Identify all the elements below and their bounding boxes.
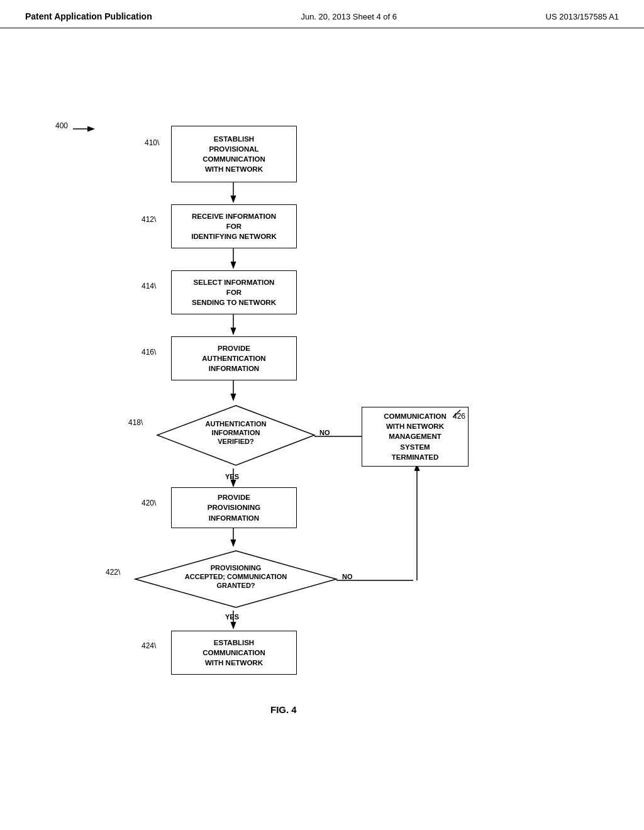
step-414-label: 414\ (142, 282, 156, 290)
arrow-422-424 (232, 611, 235, 633)
step-418-diamond-svg: AUTHENTICATION INFORMATION VERIFIED? (154, 402, 318, 468)
step-424-label: 424\ (142, 641, 156, 650)
arrow-416-418 (232, 380, 235, 404)
step-420-label: 420\ (142, 499, 156, 507)
step-412-label: 412\ (142, 215, 156, 224)
svg-text:INFORMATION: INFORMATION (212, 429, 260, 436)
svg-line-18 (453, 410, 460, 418)
step-412-box: RECEIVE INFORMATIONFORIDENTIFYING NETWOR… (171, 204, 297, 248)
header-patent-number: US 2013/157585 A1 (546, 12, 619, 21)
svg-text:AUTHENTICATION: AUTHENTICATION (206, 420, 267, 428)
step-412-text: RECEIVE INFORMATIONFORIDENTIFYING NETWOR… (191, 211, 276, 241)
step-410-box: ESTABLISHPROVISIONALCOMMUNICATIONWITH NE… (171, 126, 297, 182)
arrow-422-no-vert (416, 465, 418, 580)
step-410-text: ESTABLISHPROVISIONALCOMMUNICATIONWITH NE… (203, 134, 265, 174)
step-424-text: ESTABLISHCOMMUNICATIONWITH NETWORK (203, 638, 265, 668)
step-424-box: ESTABLISHCOMMUNICATIONWITH NETWORK (171, 631, 297, 675)
step-426-tick (453, 410, 465, 420)
svg-text:ACCEPTED; COMMUNICATION: ACCEPTED; COMMUNICATION (185, 573, 287, 580)
arrow-420-422 (232, 528, 235, 550)
step-414-box: SELECT INFORMATIONFORSENDING TO NETWORK (171, 270, 297, 314)
arrow-422-no-horiz (336, 579, 418, 582)
step-418-label: 418\ (128, 418, 143, 427)
figure-caption: FIG. 4 (270, 704, 297, 715)
step-410-label: 410\ (145, 138, 159, 147)
arrow-412-414 (232, 248, 235, 272)
diagram-area: 400 ESTABLISHPROVISIONALCOMMUNICATIONWIT… (0, 28, 644, 783)
arrow-410-412 (232, 182, 235, 206)
step-416-text: PROVIDEAUTHENTICATIONINFORMATION (202, 343, 265, 374)
svg-text:PROVISIONING: PROVISIONING (211, 564, 262, 572)
svg-text:GRANTED?: GRANTED? (216, 582, 255, 589)
page-header: Patent Application Publication Jun. 20, … (0, 0, 644, 28)
step-416-box: PROVIDEAUTHENTICATIONINFORMATION (171, 336, 297, 380)
step-414-text: SELECT INFORMATIONFORSENDING TO NETWORK (192, 277, 276, 307)
step-422-label: 422\ (106, 568, 120, 577)
step-416-label: 416\ (142, 348, 156, 357)
svg-text:VERIFIED?: VERIFIED? (218, 438, 254, 445)
step-420-text: PROVIDEPROVISIONINGINFORMATION (208, 492, 260, 523)
arrow-414-416 (232, 314, 235, 338)
step-420-box: PROVIDEPROVISIONINGINFORMATION (171, 487, 297, 528)
header-publication-label: Patent Application Publication (25, 11, 152, 21)
ref-400-arrow (55, 121, 106, 147)
header-date-sheet: Jun. 20, 2013 Sheet 4 of 6 (301, 12, 397, 21)
step-422-diamond-svg: PROVISIONING ACCEPTED; COMMUNICATION GRA… (132, 548, 340, 611)
step-426-text: COMMUNICATIONWITH NETWORKMANAGEMENTSYSTE… (384, 411, 446, 462)
